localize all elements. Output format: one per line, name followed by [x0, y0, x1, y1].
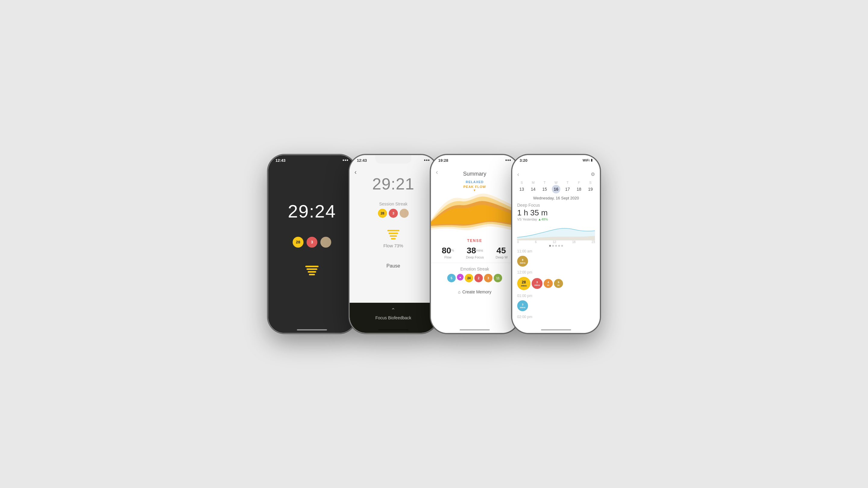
tense-label: TENSE — [431, 238, 518, 243]
signal-icon-3: ●●● — [505, 158, 511, 162]
phone-1: 12:43 ●●● 29:24 28 3 — [268, 155, 355, 333]
dot-tan-sm — [400, 209, 409, 218]
emotion-dot-5: 3 — [484, 274, 493, 282]
wave-area: RELAXED PEAK FLOW ▼ — [431, 177, 518, 237]
axis-0: 0 — [517, 240, 519, 244]
stat-deep-w-value: 45. — [496, 247, 507, 255]
cal-date-14[interactable]: 14 — [529, 185, 537, 193]
home-indicator-2 — [378, 329, 408, 330]
summary-header: Summary — [431, 168, 518, 177]
pag-dot-1 — [549, 245, 551, 247]
dot-28: 28 — [293, 237, 304, 248]
trend-icon: ▲48% — [538, 218, 548, 221]
cal-day-t1: T — [539, 180, 550, 185]
phone-4-screen: 3:20 WiFi ▮ ‹ ⚙ S M T W T — [513, 155, 600, 333]
timeline-section: 11:00 am 9 mins 12:00 pm 28 mins — [513, 248, 600, 333]
time-1: 12:43 — [276, 158, 285, 163]
home-indicator-4 — [541, 329, 571, 330]
notch-1 — [294, 155, 330, 164]
dot-3: 3 — [307, 237, 317, 248]
flow-bar-w4 — [391, 238, 396, 239]
session-11am: 9 mins — [513, 255, 600, 269]
signal-icon: ●●● — [342, 158, 348, 162]
biofeedback-label: Focus Biofeedback — [375, 315, 411, 320]
time-label-1pm: 01:00 pm — [513, 293, 600, 299]
session-streak-label: Session Streak — [379, 201, 407, 206]
deep-focus-title: Deep Focus — [517, 203, 595, 207]
timer-2: 29:21 — [372, 174, 414, 193]
cal-day-s2: S — [585, 180, 596, 185]
create-memory-btn[interactable]: ⌂ Create Memory — [431, 290, 518, 294]
bubble-3min-2: 3 mins — [517, 300, 528, 311]
phone-2: 12:43 ●●● ‹ 29:21 Session Streak 28 3 — [350, 155, 437, 333]
flow-widget: Flow 73% — [383, 230, 403, 248]
screen-2-content: 12:43 ●●● ‹ 29:21 Session Streak 28 3 — [350, 155, 437, 333]
activity-chart — [517, 222, 595, 240]
phone-3-screen: 19:28 ●●● ‹ Summary RELAXED PEAK FLOW ▼ — [431, 155, 518, 333]
back-button-4[interactable]: ‹ — [517, 171, 519, 178]
bubble-28min: 28 mins — [517, 277, 530, 290]
axis-6: 6 — [535, 240, 537, 244]
cal-day-f: F — [573, 180, 585, 185]
back-button-2[interactable]: ‹ — [354, 168, 356, 176]
dot-tan — [320, 237, 331, 248]
cal-date-15[interactable]: 15 — [540, 185, 549, 193]
dot-28-sm: 28 — [378, 209, 387, 218]
chevron-up-icon: ⌃ — [391, 307, 396, 314]
chart-axis-labels: 0 6 12 18 23 — [513, 240, 600, 244]
bubble-3min: 3 mins — [532, 278, 542, 289]
signal-icon-2: ●●● — [424, 158, 430, 162]
screen-3-content: 19:28 ●●● ‹ Summary RELAXED PEAK FLOW ▼ — [431, 155, 518, 333]
dot-3-sm: 3 — [389, 209, 398, 218]
cal-day-s1: S — [516, 180, 527, 185]
cal-header-row: S M T W T F S — [516, 180, 596, 185]
pag-dot-3 — [555, 245, 557, 247]
axis-12: 12 — [553, 240, 556, 244]
pag-dot-4 — [558, 245, 560, 247]
arrow-down-icon: ▼ — [473, 189, 476, 192]
flow-bar-2 — [307, 268, 317, 270]
flow-icon-1 — [305, 266, 318, 275]
vs-yesterday: VS Yesterday ▲48% — [517, 218, 595, 221]
status-icons-2: ●●● — [424, 158, 430, 162]
deep-focus-section: Deep Focus 1 h 35 m VS Yesterday ▲48% — [513, 201, 600, 222]
relaxed-label: RELAXED — [466, 180, 484, 184]
cal-date-19[interactable]: 19 — [586, 185, 595, 193]
axis-23: 23 — [592, 240, 595, 244]
phone-2-screen: 12:43 ●●● ‹ 29:21 Session Streak 28 3 — [350, 155, 437, 333]
filter-icon[interactable]: ⚙ — [591, 171, 595, 177]
dots-row-1: 28 3 — [293, 237, 331, 248]
stat-deep-focus-value: 38mins — [467, 247, 483, 255]
pag-dot-2 — [552, 245, 554, 247]
status-icons-4: WiFi ▮ — [583, 158, 592, 162]
cal-date-16[interactable]: 16 — [552, 185, 560, 193]
cal-day-m: M — [527, 180, 539, 185]
time-2: 12:43 — [357, 158, 367, 163]
axis-18: 18 — [572, 240, 575, 244]
cal-date-18[interactable]: 18 — [575, 185, 583, 193]
timer-1: 29:24 — [288, 201, 336, 222]
biofeedback-content: ⌃ Focus Biofeedback — [375, 307, 411, 320]
create-memory-label: Create Memory — [462, 290, 491, 294]
home-indicator-3 — [460, 329, 490, 330]
back-button-3[interactable]: ‹ — [436, 168, 438, 176]
notch-3 — [457, 155, 493, 164]
emotion-dot-3: 24 — [465, 274, 473, 282]
flow-bar-3 — [308, 271, 316, 272]
time-3: 19:28 — [438, 158, 448, 163]
bubble-4min: 4 m — [544, 279, 553, 288]
cal-date-13[interactable]: 13 — [518, 185, 526, 193]
screen-1-content: 12:43 ●●● 29:24 28 3 — [268, 155, 355, 333]
flow-bar-w2 — [389, 233, 398, 234]
pause-button[interactable]: Pause — [386, 263, 400, 269]
calendar-nav: ‹ ⚙ — [513, 168, 600, 180]
phone-4: 3:20 WiFi ▮ ‹ ⚙ S M T W T — [513, 155, 600, 333]
cal-day-t2: T — [562, 180, 573, 185]
stat-deep-w-label: Deep W — [496, 255, 508, 259]
biofeedback-bar[interactable]: ⌃ Focus Biofeedback — [350, 303, 437, 333]
calendar-grid: S M T W T F S 13 14 15 16 17 18 — [513, 180, 600, 193]
time-label-2pm: 02:00 pm — [513, 314, 600, 320]
flow-bars — [387, 230, 399, 239]
cal-date-17[interactable]: 17 — [563, 185, 572, 193]
cal-date-label: Wednesday, 16 Sept 2020 — [513, 193, 600, 201]
